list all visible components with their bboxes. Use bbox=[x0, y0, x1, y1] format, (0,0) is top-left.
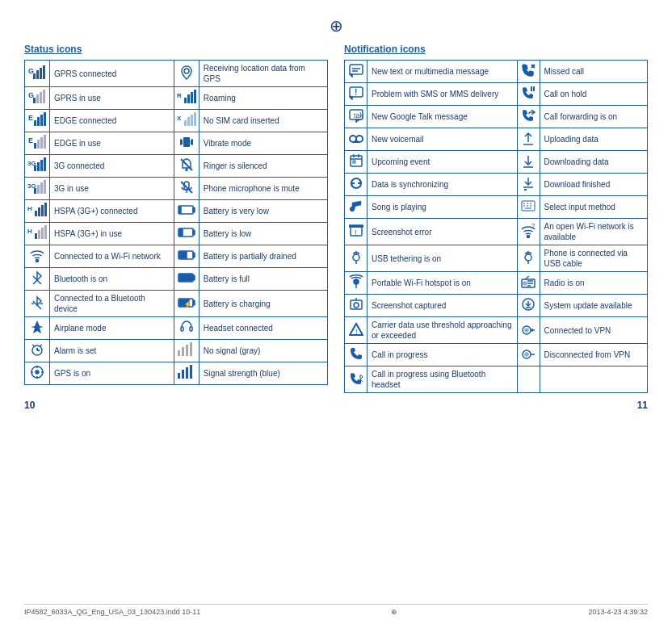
notif-icon-6-left bbox=[345, 196, 368, 219]
notif-label-7-left: Screenshot error bbox=[368, 219, 518, 245]
notif-label-5-right: Download finished bbox=[540, 174, 647, 196]
svg-rect-53 bbox=[35, 211, 37, 216]
notif-icon-7-right: ? bbox=[517, 219, 540, 245]
svg-rect-102 bbox=[182, 370, 184, 379]
table-row: Connected to a Wi-Fi network Battery is … bbox=[25, 245, 328, 268]
status-icon-11-left bbox=[25, 317, 50, 340]
table-row: ! Carrier data use threshold approaching… bbox=[345, 317, 648, 344]
table-row: Song is playing Select input method bbox=[345, 196, 648, 219]
status-label-9-right: Battery is full bbox=[199, 268, 327, 291]
footer-left: IP4582_6033A_QG_Eng_USA_03_130423.indd 1… bbox=[24, 608, 200, 616]
notif-icon-1-right bbox=[517, 83, 540, 106]
status-icon-5-left: 3G bbox=[25, 178, 50, 200]
notif-label-8-right: Phone is connected via USB cable bbox=[540, 245, 647, 272]
svg-rect-92 bbox=[182, 347, 184, 356]
svg-point-115 bbox=[356, 136, 363, 142]
svg-rect-81 bbox=[193, 300, 195, 305]
status-icon-13-right bbox=[174, 362, 199, 385]
svg-rect-58 bbox=[193, 207, 195, 212]
notif-label-10-left: Screenshot captured bbox=[368, 295, 518, 317]
svg-rect-94 bbox=[190, 342, 192, 356]
status-icon-10-left bbox=[25, 291, 50, 317]
status-label-0-left: GPRS connected bbox=[50, 61, 174, 87]
table-row: Screenshot captured System update availa… bbox=[345, 295, 648, 317]
svg-rect-17 bbox=[34, 120, 36, 126]
svg-line-89 bbox=[32, 345, 35, 346]
svg-text:H: H bbox=[27, 228, 32, 235]
svg-rect-30 bbox=[44, 135, 46, 149]
status-icon-0-left: G bbox=[25, 61, 50, 87]
svg-rect-66 bbox=[193, 230, 195, 235]
table-row: tak New Google Talk message Call forward… bbox=[345, 106, 648, 128]
svg-rect-32 bbox=[180, 139, 182, 145]
page-number-left: 10 bbox=[24, 400, 35, 411]
table-row: New text or multimedia message Missed ca… bbox=[345, 61, 648, 83]
status-icons-section: Status icons G GPRS connected Receiving … bbox=[24, 44, 328, 393]
svg-rect-40 bbox=[44, 157, 46, 171]
svg-rect-76 bbox=[179, 274, 192, 281]
svg-text:tak: tak bbox=[354, 111, 363, 119]
table-row: G GPRS connected Receiving location data… bbox=[25, 61, 328, 87]
status-label-9-left: Bluetooth is on bbox=[50, 268, 174, 291]
svg-point-68 bbox=[36, 260, 39, 262]
svg-point-96 bbox=[36, 371, 39, 374]
notif-icon-3-right bbox=[517, 128, 540, 151]
svg-rect-29 bbox=[40, 137, 43, 149]
svg-rect-59 bbox=[179, 207, 181, 213]
notif-label-0-left: New text or multimedia message bbox=[368, 61, 518, 83]
status-icon-3-left: E bbox=[25, 132, 50, 155]
status-label-7-left: HSPA (3G+) in use bbox=[50, 223, 174, 245]
notif-icon-13-left bbox=[345, 366, 368, 393]
svg-rect-31 bbox=[183, 137, 190, 147]
svg-rect-93 bbox=[186, 345, 188, 356]
notif-label-4-right: Downloading data bbox=[540, 151, 647, 174]
svg-point-166 bbox=[525, 329, 528, 332]
table-row: E EDGE in use Vibrate mode bbox=[25, 132, 328, 155]
notif-icon-11-left: ! bbox=[345, 317, 368, 344]
svg-rect-56 bbox=[44, 203, 47, 216]
status-label-7-right: Battery is low bbox=[199, 223, 327, 245]
status-label-11-right: Headset connected bbox=[199, 317, 327, 340]
svg-text:G: G bbox=[28, 91, 34, 99]
table-row: Upcoming event Downloading data bbox=[345, 151, 648, 174]
status-icon-4-left: 3G bbox=[25, 155, 50, 178]
table-row: Airplane mode Headset connected bbox=[25, 317, 328, 340]
svg-rect-71 bbox=[179, 252, 187, 258]
notif-icon-9-right bbox=[517, 272, 540, 295]
notif-icon-0-right bbox=[517, 61, 540, 83]
status-label-1-right: Roaming bbox=[199, 87, 327, 110]
notif-icon-7-left: ! bbox=[345, 219, 368, 245]
svg-rect-85 bbox=[190, 327, 192, 331]
notif-label-11-right: Connected to VPN bbox=[540, 317, 647, 344]
svg-rect-19 bbox=[40, 115, 43, 126]
notif-label-5-left: Data is synchronizing bbox=[368, 174, 518, 196]
notif-label-6-right: Select input method bbox=[540, 196, 647, 219]
notif-icon-6-right bbox=[517, 196, 540, 219]
notif-label-1-right: Call on hold bbox=[540, 83, 647, 106]
notif-label-6-left: Song is playing bbox=[368, 196, 518, 219]
status-label-2-left: EDGE connected bbox=[50, 110, 174, 132]
svg-rect-4 bbox=[43, 65, 45, 79]
page-numbers: 10 11 bbox=[24, 400, 648, 411]
svg-text:H: H bbox=[27, 205, 32, 212]
footer-right: 2013-4-23 4:39:32 bbox=[588, 608, 648, 616]
notif-label-13-left: Call in progress using Bluetooth headset bbox=[368, 366, 518, 393]
status-icon-11-right bbox=[174, 317, 199, 340]
svg-rect-46 bbox=[37, 185, 40, 194]
svg-rect-1 bbox=[33, 73, 36, 79]
notif-icon-5-right bbox=[517, 174, 540, 196]
svg-rect-101 bbox=[178, 373, 180, 379]
status-icon-9-left bbox=[25, 268, 50, 291]
table-row: H HSPA (3G+) in use Battery is low bbox=[25, 223, 328, 245]
status-icon-13-left bbox=[25, 362, 50, 385]
status-label-5-right: Phone microphone is mute bbox=[199, 178, 327, 200]
svg-rect-54 bbox=[38, 207, 40, 216]
svg-rect-70 bbox=[193, 253, 195, 258]
svg-rect-35 bbox=[191, 140, 191, 144]
status-label-12-left: Alarm is set bbox=[50, 340, 174, 362]
svg-point-141 bbox=[353, 254, 359, 261]
svg-rect-64 bbox=[44, 225, 47, 239]
notif-label-7-right: An open Wi-Fi network is available bbox=[540, 219, 647, 245]
svg-rect-14 bbox=[191, 92, 193, 103]
top-crosshair-icon: ⊕ bbox=[330, 16, 343, 36]
